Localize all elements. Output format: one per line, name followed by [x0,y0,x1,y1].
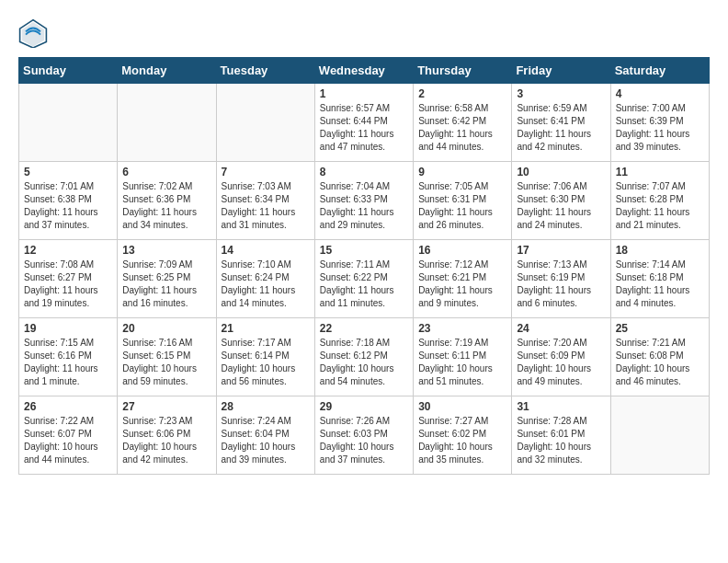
day-info: Sunrise: 7:23 AM Sunset: 6:06 PM Dayligh… [122,415,210,466]
day-number: 17 [517,244,605,257]
week-row: 5Sunrise: 7:01 AM Sunset: 6:38 PM Daylig… [19,162,710,240]
day-number: 13 [122,244,210,257]
week-row: 12Sunrise: 7:08 AM Sunset: 6:27 PM Dayli… [19,240,710,318]
day-number: 10 [517,166,605,178]
day-number: 22 [320,322,408,335]
day-info: Sunrise: 7:18 AM Sunset: 6:12 PM Dayligh… [320,337,408,388]
day-info: Sunrise: 7:01 AM Sunset: 6:38 PM Dayligh… [24,180,112,232]
day-header: Thursday [414,58,512,84]
day-number: 1 [320,87,408,100]
day-cell: 8Sunrise: 7:04 AM Sunset: 6:33 PM Daylig… [314,162,413,240]
day-number: 23 [418,322,506,335]
day-info: Sunrise: 7:28 AM Sunset: 6:01 PM Dayligh… [517,415,605,466]
day-number: 15 [320,244,408,257]
day-number: 14 [222,244,310,257]
day-number: 25 [616,322,704,335]
day-info: Sunrise: 7:27 AM Sunset: 6:02 PM Dayligh… [418,415,506,466]
day-info: Sunrise: 6:57 AM Sunset: 6:44 PM Dayligh… [320,102,408,154]
day-info: Sunrise: 7:26 AM Sunset: 6:03 PM Dayligh… [320,415,408,466]
logo-icon [18,18,48,48]
day-cell: 23Sunrise: 7:19 AM Sunset: 6:11 PM Dayli… [414,318,512,396]
day-info: Sunrise: 7:22 AM Sunset: 6:07 PM Dayligh… [24,415,112,466]
day-cell: 10Sunrise: 7:06 AM Sunset: 6:30 PM Dayli… [512,162,610,240]
day-cell: 20Sunrise: 7:16 AM Sunset: 6:15 PM Dayli… [118,318,216,396]
day-header: Wednesday [314,58,413,84]
day-cell [610,396,709,475]
day-number: 7 [222,166,310,178]
day-number: 6 [122,166,210,178]
day-info: Sunrise: 7:05 AM Sunset: 6:31 PM Dayligh… [418,180,506,232]
day-number: 8 [320,166,408,178]
day-cell: 4Sunrise: 7:00 AM Sunset: 6:39 PM Daylig… [610,84,709,162]
day-cell: 24Sunrise: 7:20 AM Sunset: 6:09 PM Dayli… [512,318,610,396]
day-cell: 27Sunrise: 7:23 AM Sunset: 6:06 PM Dayli… [118,396,216,475]
day-header: Saturday [610,58,709,84]
day-info: Sunrise: 7:06 AM Sunset: 6:30 PM Dayligh… [517,180,605,232]
day-info: Sunrise: 7:03 AM Sunset: 6:34 PM Dayligh… [222,180,310,232]
day-info: Sunrise: 7:11 AM Sunset: 6:22 PM Dayligh… [320,259,408,310]
day-cell: 11Sunrise: 7:07 AM Sunset: 6:28 PM Dayli… [610,162,709,240]
day-header: Monday [118,58,216,84]
day-number: 16 [418,244,506,257]
header-row: SundayMondayTuesdayWednesdayThursdayFrid… [19,58,710,84]
day-number: 11 [616,166,704,178]
day-cell: 2Sunrise: 6:58 AM Sunset: 6:42 PM Daylig… [414,84,512,162]
day-info: Sunrise: 7:15 AM Sunset: 6:16 PM Dayligh… [24,337,112,388]
day-info: Sunrise: 7:21 AM Sunset: 6:08 PM Dayligh… [616,337,704,388]
day-cell: 17Sunrise: 7:13 AM Sunset: 6:19 PM Dayli… [512,240,610,318]
calendar-table: SundayMondayTuesdayWednesdayThursdayFrid… [18,57,710,475]
day-number: 5 [24,166,112,178]
day-cell: 31Sunrise: 7:28 AM Sunset: 6:01 PM Dayli… [512,396,610,475]
day-number: 12 [24,244,112,257]
day-number: 27 [122,400,210,413]
day-info: Sunrise: 7:07 AM Sunset: 6:28 PM Dayligh… [616,180,704,232]
day-info: Sunrise: 7:19 AM Sunset: 6:11 PM Dayligh… [418,337,506,388]
day-info: Sunrise: 7:13 AM Sunset: 6:19 PM Dayligh… [517,259,605,310]
day-cell: 1Sunrise: 6:57 AM Sunset: 6:44 PM Daylig… [314,84,413,162]
day-cell: 3Sunrise: 6:59 AM Sunset: 6:41 PM Daylig… [512,84,610,162]
day-cell [19,84,118,162]
day-cell: 12Sunrise: 7:08 AM Sunset: 6:27 PM Dayli… [19,240,118,318]
day-number: 20 [122,322,210,335]
day-number: 4 [616,87,704,100]
day-info: Sunrise: 7:04 AM Sunset: 6:33 PM Dayligh… [320,180,408,232]
day-number: 31 [517,400,605,413]
day-cell: 9Sunrise: 7:05 AM Sunset: 6:31 PM Daylig… [414,162,512,240]
day-cell: 30Sunrise: 7:27 AM Sunset: 6:02 PM Dayli… [414,396,512,475]
day-number: 21 [222,322,310,335]
day-cell: 28Sunrise: 7:24 AM Sunset: 6:04 PM Dayli… [216,396,314,475]
day-number: 26 [24,400,112,413]
day-header: Friday [512,58,610,84]
day-info: Sunrise: 7:02 AM Sunset: 6:36 PM Dayligh… [122,180,210,232]
day-info: Sunrise: 7:09 AM Sunset: 6:25 PM Dayligh… [122,259,210,310]
day-number: 2 [418,87,506,100]
day-number: 28 [222,400,310,413]
day-cell [118,84,216,162]
day-header: Sunday [19,58,118,84]
week-row: 1Sunrise: 6:57 AM Sunset: 6:44 PM Daylig… [19,84,710,162]
day-info: Sunrise: 7:16 AM Sunset: 6:15 PM Dayligh… [122,337,210,388]
day-info: Sunrise: 7:08 AM Sunset: 6:27 PM Dayligh… [24,259,112,310]
day-cell [216,84,314,162]
day-cell: 19Sunrise: 7:15 AM Sunset: 6:16 PM Dayli… [19,318,118,396]
week-row: 19Sunrise: 7:15 AM Sunset: 6:16 PM Dayli… [19,318,710,396]
day-cell: 6Sunrise: 7:02 AM Sunset: 6:36 PM Daylig… [118,162,216,240]
day-cell: 15Sunrise: 7:11 AM Sunset: 6:22 PM Dayli… [314,240,413,318]
day-info: Sunrise: 7:12 AM Sunset: 6:21 PM Dayligh… [418,259,506,310]
week-row: 26Sunrise: 7:22 AM Sunset: 6:07 PM Dayli… [19,396,710,475]
day-info: Sunrise: 7:10 AM Sunset: 6:24 PM Dayligh… [222,259,310,310]
day-info: Sunrise: 7:20 AM Sunset: 6:09 PM Dayligh… [517,337,605,388]
day-cell: 16Sunrise: 7:12 AM Sunset: 6:21 PM Dayli… [414,240,512,318]
day-info: Sunrise: 7:00 AM Sunset: 6:39 PM Dayligh… [616,102,704,154]
day-cell: 14Sunrise: 7:10 AM Sunset: 6:24 PM Dayli… [216,240,314,318]
day-number: 19 [24,322,112,335]
day-header: Tuesday [216,58,314,84]
day-info: Sunrise: 7:14 AM Sunset: 6:18 PM Dayligh… [616,259,704,310]
page-header [18,18,710,48]
day-number: 29 [320,400,408,413]
day-cell: 13Sunrise: 7:09 AM Sunset: 6:25 PM Dayli… [118,240,216,318]
day-number: 30 [418,400,506,413]
day-cell: 25Sunrise: 7:21 AM Sunset: 6:08 PM Dayli… [610,318,709,396]
day-info: Sunrise: 7:24 AM Sunset: 6:04 PM Dayligh… [222,415,310,466]
day-number: 3 [517,87,605,100]
